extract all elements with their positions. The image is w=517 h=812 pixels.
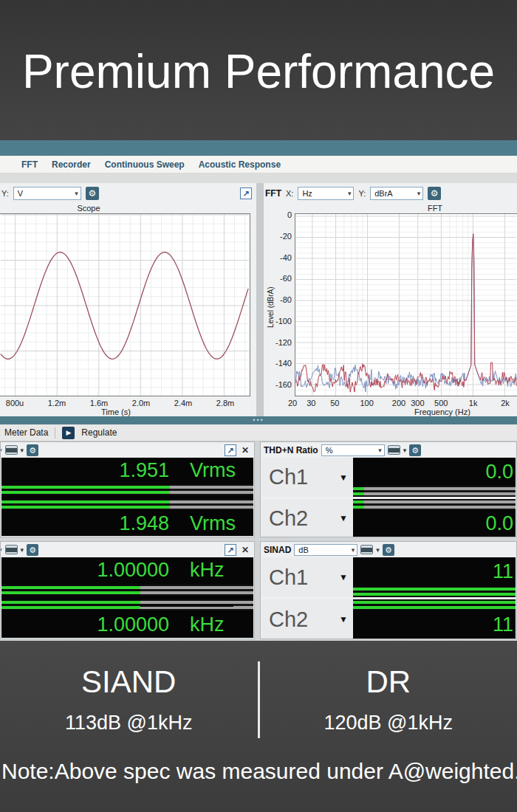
- rms-ch1-value: 1.951: [119, 459, 169, 482]
- rms-ch1-bar: [1, 484, 253, 495]
- thdn-ch2-selector[interactable]: Ch2 ▼: [261, 499, 353, 537]
- axis-tick: 2.8m: [216, 399, 234, 407]
- axis-tick: -120: [271, 338, 292, 347]
- scope-y-select[interactable]: V ▾: [13, 187, 81, 200]
- chevron-down-icon: ▼: [339, 472, 348, 483]
- rms-bar-meters: [1, 483, 253, 511]
- spec-dr-label: DR: [260, 664, 517, 700]
- gear-icon[interactable]: ⚙: [27, 544, 38, 556]
- chevron-down-icon[interactable]: ▾: [376, 546, 380, 554]
- thdn-unit-select[interactable]: % ▾: [321, 444, 385, 456]
- fft-plot-title: FFT: [295, 204, 517, 213]
- gear-icon[interactable]: ⚙: [383, 544, 394, 556]
- axis-tick: 2.4m: [174, 399, 192, 407]
- spec-dr-value: 120dB @1kHz: [260, 712, 517, 734]
- axis-tick: 2.0m: [132, 399, 150, 407]
- chevron-down-icon[interactable]: ▾: [0, 546, 2, 554]
- spec-sinad-value: 113dB @1kHz: [0, 712, 258, 734]
- sinad-ch2-bar: [353, 599, 516, 610]
- sinad-ch1-bar: [353, 586, 516, 597]
- sinad-ch1-selector[interactable]: Ch1 ▼: [261, 557, 353, 597]
- popout-icon[interactable]: ↗: [225, 444, 236, 456]
- chevron-down-icon: ▾: [352, 546, 355, 554]
- axis-tick: 20: [288, 399, 297, 407]
- fft-panel: FFT X: Hz ▾ Y: dBrA ▾ ⚙ FFT Level (dBrA)…: [264, 183, 517, 416]
- specs-row: SIAND 113dB @1kHz DR 120dB @1kHz: [0, 657, 517, 738]
- axis-tick: 1.6m: [90, 399, 108, 407]
- close-icon[interactable]: ✕: [239, 444, 251, 456]
- gear-icon[interactable]: ⚙: [428, 187, 441, 200]
- meter-display-icon[interactable]: [360, 545, 373, 554]
- axis-tick: -60: [271, 274, 292, 283]
- frequency-ch2-unit: kHz: [190, 613, 244, 636]
- specs-section: SIAND 113dB @1kHz DR 120dB @1kHz Note:Ab…: [0, 641, 517, 812]
- fft-x-axis-label: X:: [286, 189, 293, 198]
- axis-tick: 0: [271, 210, 292, 219]
- plots-row: Y: V ▾ ⚙ ↗ Scope 800u1.2m1.6m2.0m2.4m2.8…: [0, 183, 517, 416]
- sinad-unit-select[interactable]: dB ▾: [294, 544, 357, 556]
- frequency-ch2-value: 1.00000: [97, 613, 169, 636]
- menu-item-continuous-sweep[interactable]: Continuous Sweep: [105, 159, 185, 170]
- axis-tick: 1k: [469, 399, 478, 407]
- fft-plot: [295, 213, 517, 396]
- horizontal-splitter[interactable]: •••: [0, 416, 517, 424]
- play-icon[interactable]: ▶: [62, 427, 75, 439]
- sinad-ch2-selector[interactable]: Ch2 ▼: [261, 599, 353, 639]
- frequency-ch1-unit: kHz: [190, 559, 244, 582]
- regulate-button[interactable]: Regulate: [81, 427, 117, 438]
- axis-tick: 1.2m: [48, 399, 66, 407]
- gear-icon[interactable]: ⚙: [86, 187, 99, 200]
- chevron-down-icon: ▼: [339, 572, 348, 582]
- rms-ch2-value: 1.948: [119, 512, 169, 535]
- rms-level-panel: ▾ ▾ ⚙ ↗ ✕ 1.951 Vrms: [0, 441, 255, 537]
- meter-display-icon[interactable]: [388, 445, 400, 455]
- close-icon[interactable]: ✕: [239, 544, 251, 556]
- frequency-ch2-display: 1.00000 kHz: [1, 612, 253, 639]
- chevron-down-icon: ▾: [348, 190, 352, 197]
- frequency-ch2-bar: [1, 599, 253, 610]
- sinad-ch2-display: 11: [353, 610, 516, 639]
- thdn-ch1-value: 0.0: [485, 461, 513, 484]
- rms-ch2-unit: Vrms: [190, 512, 244, 535]
- chevron-down-icon: ▼: [339, 513, 348, 523]
- scope-y-axis-label: Y:: [1, 189, 9, 198]
- axis-tick: -40: [271, 253, 292, 262]
- chevron-down-icon[interactable]: ▾: [403, 447, 407, 454]
- scope-panel-header: Y: V ▾ ⚙ ↗: [0, 183, 256, 203]
- axis-tick: 800u: [6, 399, 24, 407]
- menu-item-recorder[interactable]: Recorder: [52, 159, 91, 170]
- chevron-down-icon[interactable]: ▾: [21, 546, 24, 554]
- chevron-down-icon[interactable]: ▾: [0, 447, 2, 454]
- scope-x-axis-title: Time (s): [0, 407, 232, 416]
- thdn-ch2-label: Ch2: [269, 506, 308, 531]
- rms-ch1-display: 1.951 Vrms: [1, 458, 253, 483]
- toolstrip: [0, 173, 517, 183]
- vertical-splitter[interactable]: [256, 183, 264, 416]
- thdn-ch1-bar: [353, 486, 516, 497]
- chevron-down-icon[interactable]: ▾: [21, 447, 24, 454]
- meter-display-icon[interactable]: [5, 445, 18, 455]
- fft-x-select[interactable]: Hz ▾: [298, 187, 354, 200]
- tab-meter-data[interactable]: Meter Data: [4, 427, 48, 438]
- chevron-down-icon: ▼: [339, 614, 348, 625]
- page-title: Premium Performance: [22, 44, 495, 99]
- sinad-ch2-row: Ch2 ▼ 11: [261, 599, 516, 639]
- popout-icon[interactable]: ↗: [225, 544, 236, 556]
- menu-item-fft[interactable]: FFT: [21, 159, 38, 170]
- thdn-ch1-selector[interactable]: Ch1 ▼: [261, 458, 353, 497]
- menu-item-acoustic-response[interactable]: Acoustic Response: [199, 159, 281, 170]
- app-menubar: FFT Recorder Continuous Sweep Acoustic R…: [0, 156, 517, 173]
- sinad-panel-title: SINAD: [264, 545, 291, 555]
- rms-panel-header: ▾ ▾ ⚙ ↗ ✕: [1, 442, 254, 458]
- popout-icon[interactable]: ↗: [240, 187, 252, 199]
- gear-icon[interactable]: ⚙: [27, 444, 38, 456]
- axis-tick: 200: [392, 399, 405, 407]
- sinad-ch1-display: 11: [353, 557, 516, 586]
- meter-display-icon[interactable]: [5, 545, 18, 554]
- fft-y-select[interactable]: dBrA ▾: [370, 187, 423, 200]
- footnote: Note:Above spec was measured under A@wei…: [1, 759, 517, 784]
- sinad-ch2-value: 11: [493, 613, 513, 636]
- gear-icon[interactable]: ⚙: [409, 444, 421, 456]
- thdn-ch1-display: 0.0: [353, 458, 516, 486]
- thdn-ch1-label: Ch1: [269, 465, 308, 489]
